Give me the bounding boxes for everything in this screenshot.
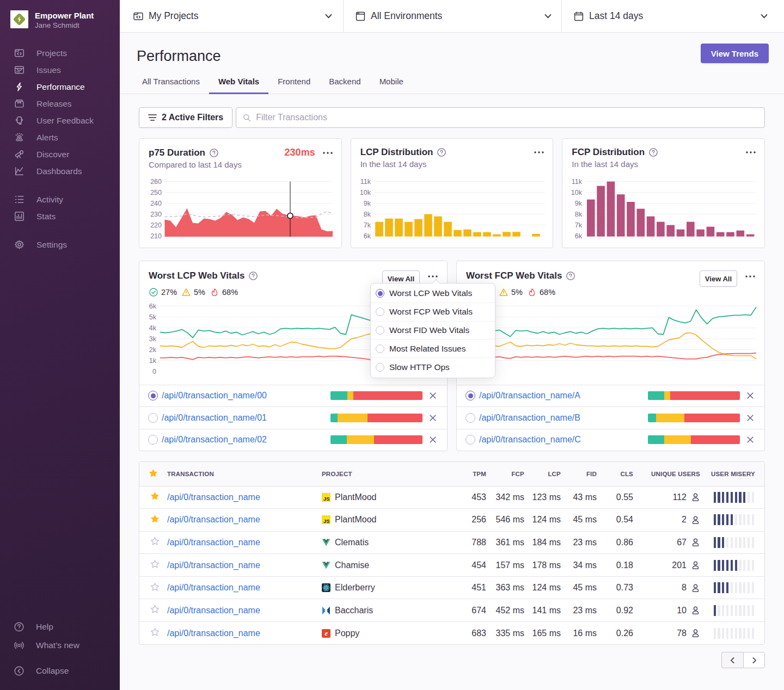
svg-text:6k: 6k [149, 303, 157, 310]
svg-text:1k: 1k [149, 357, 157, 365]
svg-text:e: e [324, 630, 328, 637]
svg-text:260: 260 [150, 178, 162, 186]
svg-text:4k: 4k [149, 324, 157, 332]
svg-text:JS: JS [323, 496, 329, 502]
svg-text:JS: JS [323, 519, 329, 525]
svg-text:7k: 7k [363, 221, 371, 229]
svg-text:6k: 6k [575, 232, 583, 240]
svg-text:2k: 2k [149, 346, 157, 354]
svg-text:10k: 10k [360, 189, 371, 196]
svg-text:3k: 3k [149, 335, 157, 343]
svg-text:10k: 10k [571, 189, 583, 196]
svg-text:11k: 11k [360, 178, 371, 186]
svg-text:6k: 6k [363, 232, 371, 240]
svg-text:11k: 11k [572, 178, 583, 186]
svg-text:250: 250 [150, 189, 162, 196]
svg-text:9k: 9k [363, 200, 371, 207]
svg-text:0: 0 [152, 368, 156, 375]
svg-text:8k: 8k [363, 211, 371, 218]
svg-text:220: 220 [150, 221, 162, 229]
svg-text:9k: 9k [575, 200, 583, 207]
svg-text:210: 210 [150, 232, 162, 240]
svg-text:230: 230 [150, 211, 162, 218]
svg-text:8k: 8k [575, 211, 583, 218]
svg-text:240: 240 [150, 200, 162, 207]
svg-text:7k: 7k [575, 221, 583, 229]
svg-text:5k: 5k [149, 313, 157, 321]
